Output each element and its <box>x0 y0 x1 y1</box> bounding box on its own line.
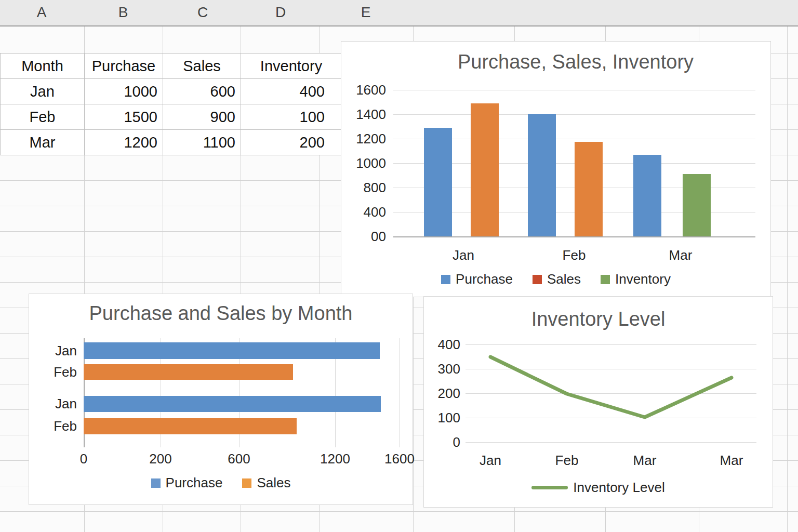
legend-swatch-icon <box>531 486 568 489</box>
column-header-A[interactable]: A <box>37 4 47 21</box>
inventory-level-line[interactable] <box>424 297 774 508</box>
x-axis-category-label: Feb <box>555 453 579 469</box>
y-axis-category-label: Feb <box>29 364 77 380</box>
column-chart-panel[interactable]: Purchase, Sales, Inventory 1600140012001… <box>341 41 771 297</box>
table-row: Feb1500900100 <box>1 104 342 130</box>
table-cell[interactable]: 400 <box>241 79 342 104</box>
table-cell[interactable]: 900 <box>163 104 241 130</box>
legend-label: Purchase <box>166 475 223 491</box>
y-axis-tick-label: 400 <box>341 204 386 220</box>
column-chart-title: Purchase, Sales, Inventory <box>381 51 770 73</box>
legend-label: Purchase <box>456 271 513 287</box>
y-axis-tick-label: 1000 <box>341 155 386 171</box>
line-chart-panel[interactable]: Inventory Level 4003002001000JanFebMarMa… <box>423 296 773 508</box>
x-axis-category-label: Mar <box>633 453 657 469</box>
legend-label: Sales <box>257 475 290 491</box>
y-axis-category-label: Feb <box>29 418 77 434</box>
x-axis-tick-label: 1200 <box>320 451 350 467</box>
legend-swatch-icon <box>242 478 251 488</box>
legend-item-purchase[interactable]: Purchase <box>441 271 513 287</box>
legend-item-sales[interactable]: Sales <box>242 475 290 491</box>
hbar-sales[interactable] <box>84 364 293 380</box>
table-cell[interactable]: Jan <box>1 79 85 104</box>
column-bar-sales[interactable] <box>575 142 603 236</box>
column-bar-sales[interactable] <box>471 103 499 236</box>
column-bar-purchase[interactable] <box>424 128 452 236</box>
legend-item-purchase[interactable]: Purchase <box>151 475 223 491</box>
legend-item-inventory-level[interactable]: Inventory Level <box>531 480 664 496</box>
column-header-D[interactable]: D <box>275 4 286 21</box>
column-bar-purchase[interactable] <box>633 155 661 236</box>
data-table: MonthPurchaseSalesInventoryJan1000600400… <box>0 53 342 155</box>
horizontal-bar-chart-title: Purchase and Sales by Month <box>29 302 413 325</box>
chart-legend: Inventory Level <box>424 480 773 496</box>
line-series[interactable] <box>490 357 732 417</box>
chart-legend: PurchaseSalesInventory <box>341 271 770 287</box>
table-cell[interactable]: 1100 <box>163 130 241 155</box>
header-cell-purchase[interactable]: Purchase <box>85 54 163 79</box>
column-header-E[interactable]: E <box>361 4 371 21</box>
column-bar-inventory[interactable] <box>683 174 711 236</box>
chart-gridline <box>393 90 755 90</box>
x-axis-category-label: Jan <box>480 453 501 469</box>
hbar-purchase[interactable] <box>84 342 380 359</box>
hbar-sales[interactable] <box>84 418 297 434</box>
chart-legend: PurchaseSales <box>29 475 413 491</box>
legend-swatch-icon <box>441 275 450 284</box>
table-row: Jan1000600400 <box>1 79 342 104</box>
table-cell[interactable]: Mar <box>1 130 85 155</box>
x-axis-tick-label: 0 <box>80 451 87 467</box>
legend-label: Inventory <box>615 271 671 287</box>
y-axis-category-label: Jan <box>29 396 77 412</box>
x-axis-category-label: Mar <box>669 247 693 263</box>
chart-gridline <box>400 338 400 447</box>
y-axis-tick-label: 800 <box>341 180 386 196</box>
hbar-purchase[interactable] <box>84 396 381 412</box>
table-row: Mar12001100200 <box>1 130 342 155</box>
header-cell-month[interactable]: Month <box>1 54 85 79</box>
y-axis-tick-label: 1400 <box>341 107 386 123</box>
legend-label: Sales <box>547 271 581 287</box>
column-header-C[interactable]: C <box>197 4 208 21</box>
table-cell[interactable]: 100 <box>241 104 342 130</box>
table-cell[interactable]: 1500 <box>85 104 163 130</box>
x-axis-tick-label: 600 <box>228 451 250 467</box>
grid-row-line <box>0 511 798 512</box>
y-axis-tick-label: 1200 <box>341 131 386 147</box>
x-axis-line <box>393 236 755 237</box>
table-header-row: MonthPurchaseSalesInventory <box>1 54 342 79</box>
table-cell[interactable]: 1200 <box>85 130 163 155</box>
table-cell[interactable]: 200 <box>241 130 342 155</box>
table-cell[interactable]: 600 <box>163 79 241 104</box>
x-axis-category-label: Jan <box>453 247 474 263</box>
legend-swatch-icon <box>601 275 610 284</box>
header-cell-sales[interactable]: Sales <box>163 54 241 79</box>
column-bar-purchase[interactable] <box>528 114 556 236</box>
table-cell[interactable]: 1000 <box>85 79 163 104</box>
x-axis-tick-label: 1600 <box>384 451 415 467</box>
y-axis-tick-label: 00 <box>341 229 386 245</box>
x-axis-category-label: Feb <box>563 247 586 263</box>
legend-item-sales[interactable]: Sales <box>533 271 581 287</box>
grid-column-line <box>787 0 788 532</box>
x-axis-category-label: Mar <box>720 453 743 469</box>
column-header-B[interactable]: B <box>118 4 128 21</box>
y-axis-category-label: Jan <box>29 343 77 359</box>
horizontal-bar-chart-panel[interactable]: Purchase and Sales by Month JanFebJanFeb… <box>29 294 413 505</box>
spreadsheet: MonthPurchaseSalesInventoryJan1000600400… <box>0 0 798 532</box>
legend-label: Inventory Level <box>573 480 664 496</box>
legend-swatch-icon <box>151 478 161 488</box>
table-cell[interactable]: Feb <box>1 104 85 130</box>
y-axis-tick-label: 1600 <box>341 82 386 98</box>
chart-gridline <box>393 114 755 115</box>
legend-swatch-icon <box>533 275 542 284</box>
legend-item-inventory[interactable]: Inventory <box>601 271 671 287</box>
x-axis-tick-label: 200 <box>149 451 171 467</box>
header-cell-inventory[interactable]: Inventory <box>241 54 342 79</box>
